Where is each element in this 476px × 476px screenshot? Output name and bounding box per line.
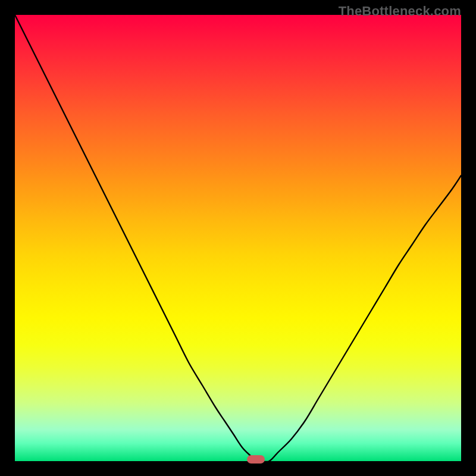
optimum-marker: [247, 455, 265, 464]
watermark-text: TheBottleneck.com: [339, 4, 461, 19]
plot-area: [15, 15, 461, 461]
chart-frame: TheBottleneck.com: [0, 0, 476, 476]
bottleneck-curve: [15, 15, 461, 461]
